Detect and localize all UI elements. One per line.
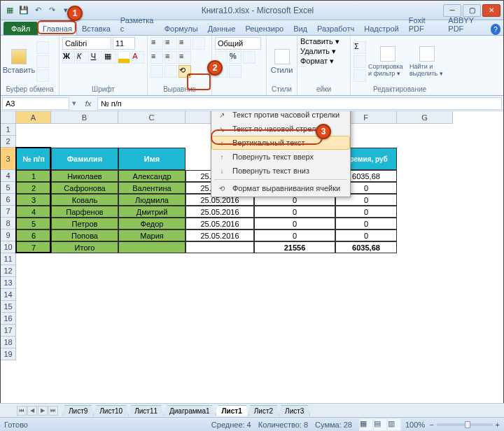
tab-abbyy[interactable]: ABBYY PDF [443, 13, 491, 35]
font-size-combo[interactable]: 11 [113, 37, 135, 50]
cell[interactable] [186, 241, 254, 253]
comma-icon[interactable] [243, 51, 255, 64]
font-name-combo[interactable]: Calibri [62, 37, 111, 50]
row-header-13[interactable]: 13 [1, 277, 16, 289]
fill-icon[interactable] [354, 55, 366, 68]
tab-addins[interactable]: Надстрой [359, 22, 403, 35]
cell[interactable]: Дмитрий [118, 206, 186, 218]
view-layout-icon[interactable]: ▤ [373, 418, 387, 431]
cell[interactable]: 0 [335, 206, 397, 218]
cell[interactable]: Коваль [51, 194, 118, 206]
zoom-level[interactable]: 100% [405, 421, 425, 429]
cell[interactable]: 5 [16, 218, 51, 229]
tab-layout[interactable]: Разметка с [115, 13, 160, 35]
dec-decimal-icon[interactable] [229, 65, 241, 78]
excel-icon[interactable]: ▦ [4, 4, 16, 17]
orientation-up[interactable]: ↑Повернуть текст вверх [211, 150, 350, 164]
cell[interactable]: 0 [335, 218, 397, 229]
cell[interactable]: Николаев [51, 170, 118, 182]
save-icon[interactable]: 💾 [18, 4, 30, 17]
cell[interactable]: Парфенов [51, 206, 118, 218]
format-painter-icon[interactable] [36, 69, 49, 82]
zoom-thumb[interactable] [465, 421, 470, 428]
cell[interactable]: Петров [51, 218, 118, 229]
cell[interactable]: Имя [118, 148, 186, 170]
cell[interactable]: Попова [51, 229, 118, 241]
worksheet-grid[interactable]: ABCDEFG 12345678910111213141516171819 № … [1, 111, 503, 391]
tab-dev[interactable]: Разработч [312, 22, 359, 35]
underline-icon[interactable]: Ч [90, 51, 103, 64]
row-header-17[interactable]: 17 [1, 325, 16, 337]
sheet-tab-10[interactable]: Лист10 [93, 405, 129, 416]
col-header-C[interactable]: C [118, 111, 186, 124]
sheet-tab-1[interactable]: Лист1 [216, 405, 248, 416]
find-select-button[interactable]: Найти и выделить ▾ [410, 46, 444, 77]
cell[interactable]: 0 [254, 229, 335, 241]
select-all-corner[interactable] [1, 111, 16, 124]
tab-foxit[interactable]: Foxit PDF [404, 13, 444, 35]
cell[interactable]: 1 [16, 170, 51, 182]
fx-icon[interactable]: fx [79, 99, 97, 108]
cell[interactable]: Итого [51, 241, 118, 253]
paste-button[interactable]: Вставить [4, 49, 34, 74]
cell[interactable]: 21556 [254, 241, 335, 253]
cell[interactable]: Мария [118, 229, 186, 241]
col-header-B[interactable]: B [51, 111, 118, 124]
cell[interactable]: Сафронова [51, 182, 118, 194]
row-header-14[interactable]: 14 [1, 289, 16, 301]
cell[interactable]: 2 [16, 182, 51, 194]
cell[interactable]: 25.05.2016 [186, 229, 254, 241]
view-break-icon[interactable]: ▥ [387, 418, 401, 431]
row-header-11[interactable]: 11 [1, 253, 16, 265]
zoom-in-icon[interactable]: + [496, 421, 500, 429]
namebox-dropdown-icon[interactable]: ▾ [69, 99, 79, 108]
col-header-G[interactable]: G [397, 111, 453, 124]
fill-color-icon[interactable] [118, 51, 130, 64]
cell[interactable]: Фамилия [51, 148, 118, 170]
tab-file[interactable]: Файл [4, 22, 38, 35]
cell[interactable]: 4 [16, 206, 51, 218]
row-header-6[interactable]: 6 [1, 194, 16, 206]
align-mid-icon[interactable]: ≡ [164, 37, 177, 50]
cell[interactable]: Александр [118, 170, 186, 182]
help-icon[interactable]: ? [491, 24, 500, 35]
sort-filter-button[interactable]: Сортировка и фильтр ▾ [368, 46, 407, 77]
zoom-out-icon[interactable]: − [429, 421, 433, 429]
copy-icon[interactable] [36, 55, 49, 68]
orientation-down[interactable]: ↓Повернуть текст вниз [211, 164, 350, 178]
align-right-icon[interactable]: ≡ [178, 51, 191, 64]
redo-icon[interactable]: ↷ [46, 4, 58, 17]
tab-formulas[interactable]: Формулы [160, 22, 203, 35]
undo-icon[interactable]: ↶ [31, 4, 44, 17]
col-header-A[interactable]: A [16, 111, 51, 124]
delete-cells-button[interactable]: Удалить ▾ [300, 47, 347, 56]
italic-icon[interactable]: К [76, 51, 89, 64]
cell[interactable]: 25.05.2016 [186, 218, 254, 229]
percent-icon[interactable]: % [229, 51, 241, 64]
cell[interactable]: 0 [254, 218, 335, 229]
bold-icon[interactable]: Ж [62, 51, 75, 64]
font-color-icon[interactable]: A [132, 51, 144, 64]
row-header-1[interactable]: 1 [1, 124, 16, 136]
cell[interactable]: 0 [335, 229, 397, 241]
number-format-combo[interactable]: Общий [215, 37, 261, 50]
cell[interactable]: 0 [254, 206, 335, 218]
cell[interactable] [118, 241, 186, 253]
align-bot-icon[interactable]: ≡ [178, 37, 191, 50]
sheet-nav-next[interactable]: ▶ [38, 406, 48, 416]
cut-icon[interactable] [36, 41, 49, 54]
row-header-19[interactable]: 19 [1, 348, 16, 360]
format-cells-button[interactable]: Формат ▾ [300, 57, 347, 66]
row-header-10[interactable]: 10 [1, 241, 16, 253]
sheet-tab-diagram[interactable]: Диаграмма1 [163, 405, 216, 416]
row-header-18[interactable]: 18 [1, 337, 16, 348]
row-header-16[interactable]: 16 [1, 313, 16, 325]
cell[interactable]: 7 [16, 241, 51, 253]
name-box[interactable]: A3 [2, 97, 69, 110]
formula-bar[interactable]: № п/п [97, 97, 502, 110]
tab-insert[interactable]: Вставка [77, 22, 115, 35]
row-header-4[interactable]: 4 [1, 170, 16, 182]
row-header-2[interactable]: 2 [1, 136, 16, 148]
insert-cells-button[interactable]: Вставить ▾ [300, 37, 347, 46]
row-header-9[interactable]: 9 [1, 229, 16, 241]
